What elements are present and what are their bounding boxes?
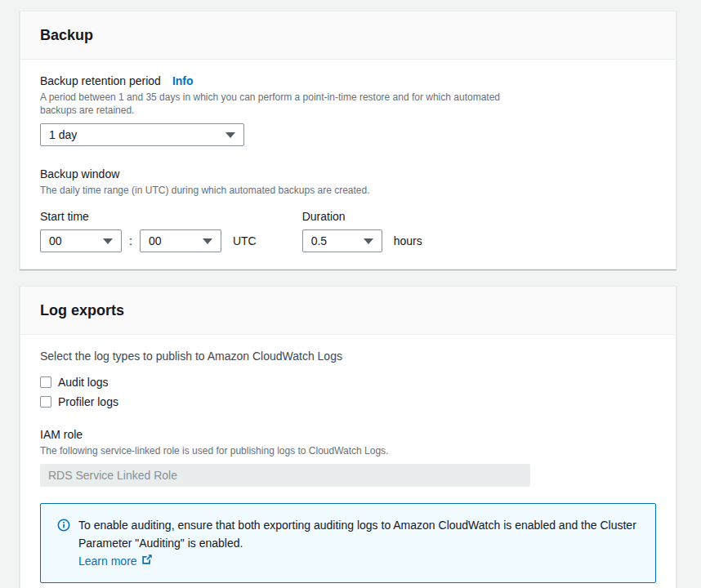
backup-card-header: Backup xyxy=(20,11,676,60)
time-separator: : xyxy=(129,234,132,247)
duration-select[interactable]: 0.5 xyxy=(302,229,382,252)
audit-logs-checkbox[interactable] xyxy=(40,376,51,388)
chevron-down-icon xyxy=(225,132,235,138)
audit-logs-label: Audit logs xyxy=(58,376,108,389)
duration-select-value: 0.5 xyxy=(311,234,327,247)
iam-role-description: The following service-linked role is use… xyxy=(40,444,530,457)
external-link-icon xyxy=(141,552,153,570)
backup-window-controls: Start time 00 : 00 UTC xyxy=(40,208,656,252)
iam-role-input: RDS Service Linked Role xyxy=(40,464,530,487)
start-hour-select[interactable]: 00 xyxy=(40,229,122,252)
chevron-down-icon xyxy=(364,238,373,244)
backup-retention-label: Backup retention period xyxy=(40,73,161,89)
backup-retention-info-link[interactable]: Info xyxy=(172,74,194,87)
start-minute-select[interactable]: 00 xyxy=(140,229,221,252)
profiler-logs-row: Profiler logs xyxy=(40,392,656,412)
backup-retention-select-value: 1 day xyxy=(49,128,77,141)
timezone-label: UTC xyxy=(233,234,257,247)
auditing-info-alert: To enable auditing, ensure that both exp… xyxy=(40,503,656,583)
log-types-group-label: Select the log types to publish to Amazo… xyxy=(40,348,656,364)
log-exports-card-title: Log exports xyxy=(40,301,656,319)
log-exports-card-header: Log exports xyxy=(20,287,676,335)
iam-role-section: IAM role The following service-linked ro… xyxy=(40,426,656,487)
auditing-alert-text: To enable auditing, ensure that both exp… xyxy=(78,516,642,552)
start-minute-select-value: 00 xyxy=(149,234,162,247)
log-exports-card: Log exports Select the log types to publ… xyxy=(20,286,676,588)
profiler-logs-label: Profiler logs xyxy=(58,395,118,408)
iam-role-label: IAM role xyxy=(40,426,656,443)
start-time-group: Start time 00 : 00 UTC xyxy=(40,208,257,252)
backup-card: Backup Backup retention period Info A pe… xyxy=(20,11,676,270)
profiler-logs-checkbox[interactable] xyxy=(40,396,51,408)
log-exports-card-body: Select the log types to publish to Amazo… xyxy=(20,335,676,588)
start-hour-select-value: 00 xyxy=(49,234,62,247)
page: Backup Backup retention period Info A pe… xyxy=(0,0,701,588)
chevron-down-icon xyxy=(203,238,212,244)
backup-card-body: Backup retention period Info A period be… xyxy=(20,60,676,269)
duration-label: Duration xyxy=(302,208,422,225)
backup-retention-select[interactable]: 1 day xyxy=(40,123,244,146)
learn-more-link[interactable]: Learn more xyxy=(78,552,153,570)
info-icon xyxy=(57,519,70,535)
backup-retention-description: A period between 1 and 35 days in which … xyxy=(40,91,530,117)
backup-card-title: Backup xyxy=(40,26,656,44)
chevron-down-icon xyxy=(103,238,113,244)
learn-more-link-label: Learn more xyxy=(78,552,137,570)
backup-window-label: Backup window xyxy=(40,166,656,182)
audit-logs-row: Audit logs xyxy=(40,372,656,392)
duration-unit-label: hours xyxy=(394,234,422,247)
iam-role-input-value: RDS Service Linked Role xyxy=(48,469,177,482)
backup-window-description: The daily time range (in UTC) during whi… xyxy=(40,184,530,197)
duration-group: Duration 0.5 hours xyxy=(302,208,422,252)
start-time-label: Start time xyxy=(40,208,257,225)
